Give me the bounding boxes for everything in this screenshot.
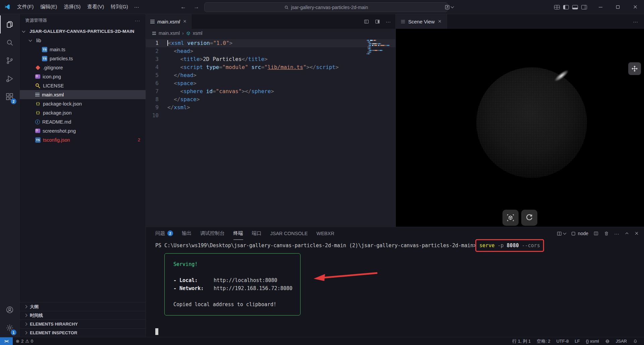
- move-tool-button[interactable]: [628, 62, 641, 75]
- menu-overflow[interactable]: ···: [131, 2, 142, 11]
- customize-layout-icon[interactable]: [554, 5, 560, 9]
- kill-terminal-icon[interactable]: [604, 231, 609, 236]
- file-item[interactable]: package.json: [20, 108, 146, 117]
- code-line[interactable]: 7 <sphere id="canvas"></sphere>: [146, 87, 395, 95]
- split-editor-icon[interactable]: [375, 19, 380, 24]
- scene-capture-button[interactable]: [502, 210, 519, 226]
- item-label: icon.png: [43, 74, 61, 79]
- sidebar-section[interactable]: 时间线: [20, 311, 146, 320]
- back-icon[interactable]: ←: [180, 4, 186, 10]
- cursor-position[interactable]: 行 1, 列 1: [509, 338, 534, 344]
- browser-icon[interactable]: [602, 339, 613, 344]
- code-line[interactable]: 1<xsml version="1.0">: [146, 39, 395, 47]
- maximize-button[interactable]: [609, 0, 627, 14]
- minimap[interactable]: [367, 40, 390, 57]
- menu-bar: 文件(F)编辑(E)选择(S)查看(V)转到(G): [14, 2, 131, 12]
- panel-tab[interactable]: 输出: [182, 227, 192, 240]
- source-control-icon[interactable]: [0, 52, 19, 70]
- scene-tab-label: Scene View: [408, 19, 435, 24]
- toggle-secondary-sidebar-icon[interactable]: [581, 5, 587, 9]
- panel-tab[interactable]: 终端: [233, 227, 243, 240]
- search-box[interactable]: jsar-gallery-canvas-particles-2d-main: [204, 2, 448, 12]
- code-line[interactable]: 9</xsml>: [146, 104, 395, 112]
- explorer-more-actions[interactable]: ···: [135, 18, 140, 23]
- panel-tab[interactable]: WEBXR: [317, 227, 334, 240]
- maximize-panel-icon[interactable]: [624, 231, 630, 236]
- folder-item[interactable]: lib: [20, 36, 146, 45]
- encoding[interactable]: UTF-8: [553, 339, 572, 344]
- open-changes-icon[interactable]: [364, 19, 369, 24]
- breadcrumb-symbol[interactable]: xsml: [193, 30, 203, 36]
- sidebar-section[interactable]: ELEMENTS HIRARCHY: [20, 320, 146, 328]
- panel-tab[interactable]: JSAR CONSOLE: [270, 227, 308, 240]
- file-item[interactable]: main.ts: [20, 45, 146, 54]
- sidebar-section[interactable]: 大纲: [20, 302, 146, 311]
- run-debug-icon[interactable]: [0, 70, 19, 88]
- close-scene-tab-icon[interactable]: [438, 20, 441, 23]
- code-line[interactable]: 2 <head>: [146, 47, 395, 55]
- close-tab-icon[interactable]: [183, 20, 186, 23]
- item-label: LICENSE: [43, 83, 64, 88]
- terminal-instance[interactable]: node: [571, 231, 588, 236]
- split-terminal-icon[interactable]: [593, 231, 599, 236]
- toggle-sidebar-icon[interactable]: [563, 5, 569, 9]
- panel-tab[interactable]: 调试控制台: [200, 227, 225, 240]
- file-item[interactable]: screenshot.png: [20, 126, 146, 135]
- menu-item[interactable]: 文件(F): [14, 2, 37, 12]
- more-actions-icon[interactable]: ···: [386, 19, 391, 24]
- scene-refresh-button[interactable]: [521, 210, 537, 226]
- tab-main-xsml[interactable]: main.xsml: [146, 14, 192, 29]
- panel-more-actions[interactable]: ···: [614, 231, 619, 236]
- indentation[interactable]: 空格: 2: [534, 338, 553, 344]
- file-item[interactable]: package-lock.json: [20, 99, 146, 108]
- code-line[interactable]: 6 <space>: [146, 79, 395, 87]
- settings-gear-icon[interactable]: 1: [0, 319, 19, 337]
- notifications-bell-icon[interactable]: [630, 339, 641, 344]
- eol-sequence[interactable]: LF: [572, 339, 583, 344]
- file-item[interactable]: LICENSE: [20, 81, 146, 90]
- terminal-area[interactable]: PS C:\Users\ws199\Desktop\jsar-gallery-c…: [146, 240, 644, 337]
- minimize-button[interactable]: [592, 0, 609, 14]
- sidebar-section[interactable]: ELEMENT INSPECTOR: [20, 328, 146, 337]
- explorer-icon[interactable]: [0, 15, 19, 33]
- layout-dropdown-icon[interactable]: [444, 2, 454, 12]
- menu-item[interactable]: 查看(V): [84, 2, 107, 12]
- file-item[interactable]: .gitignore: [20, 63, 146, 72]
- breadcrumb-file[interactable]: main.xsml: [159, 30, 180, 36]
- code-line[interactable]: 10: [146, 112, 395, 120]
- folder-item[interactable]: JSAR-GALLERY-CANVAS-PARTICLES-2D-MAIN: [20, 27, 146, 36]
- tab-scene-view[interactable]: Scene View: [396, 14, 447, 29]
- menu-item[interactable]: 选择(S): [60, 2, 84, 12]
- close-window-button[interactable]: [627, 0, 644, 14]
- breadcrumb[interactable]: main.xsml › xsml: [146, 29, 395, 38]
- forward-icon[interactable]: →: [194, 4, 199, 10]
- jsar-status[interactable]: JSAR: [613, 339, 630, 344]
- close-panel-icon[interactable]: [635, 232, 639, 235]
- language-mode[interactable]: {} xsml: [583, 339, 602, 344]
- scene-more-actions[interactable]: ···: [633, 14, 644, 29]
- file-item[interactable]: icon.png: [20, 72, 146, 81]
- menu-item[interactable]: 编辑(E): [37, 2, 60, 12]
- remote-indicator[interactable]: ><: [0, 337, 13, 345]
- code-editor[interactable]: 1<xsml version="1.0">2 <head>3 <title>2D…: [146, 38, 395, 227]
- menu-item[interactable]: 转到(G): [107, 2, 131, 12]
- code-line[interactable]: 5 </head>: [146, 71, 395, 79]
- panel-tab[interactable]: 问题2: [155, 227, 173, 240]
- problems-status[interactable]: ⊗ 2 ⚠ 0: [13, 337, 36, 345]
- file-item[interactable]: tsconfig.json2: [20, 135, 146, 144]
- account-icon[interactable]: [0, 301, 19, 319]
- panel-tab[interactable]: 端口: [252, 227, 262, 240]
- extensions-icon[interactable]: 2: [0, 88, 19, 106]
- toggle-panel-icon[interactable]: [572, 5, 578, 9]
- scene-canvas[interactable]: [396, 29, 644, 227]
- file-item[interactable]: main.xsml: [20, 90, 146, 99]
- code-text: <script type="module" src="lib/main.ts">…: [167, 63, 339, 71]
- file-item[interactable]: README.md: [20, 117, 146, 126]
- chevron-down-icon: [22, 29, 25, 32]
- launch-profile-icon[interactable]: [556, 231, 566, 236]
- code-line[interactable]: 8 </space>: [146, 95, 395, 104]
- file-item[interactable]: particles.ts: [20, 54, 146, 63]
- code-line[interactable]: 4 <script type="module" src="lib/main.ts…: [146, 63, 395, 71]
- search-sidebar-icon[interactable]: [0, 33, 19, 52]
- code-line[interactable]: 3 <title>2D Particles</title>: [146, 55, 395, 63]
